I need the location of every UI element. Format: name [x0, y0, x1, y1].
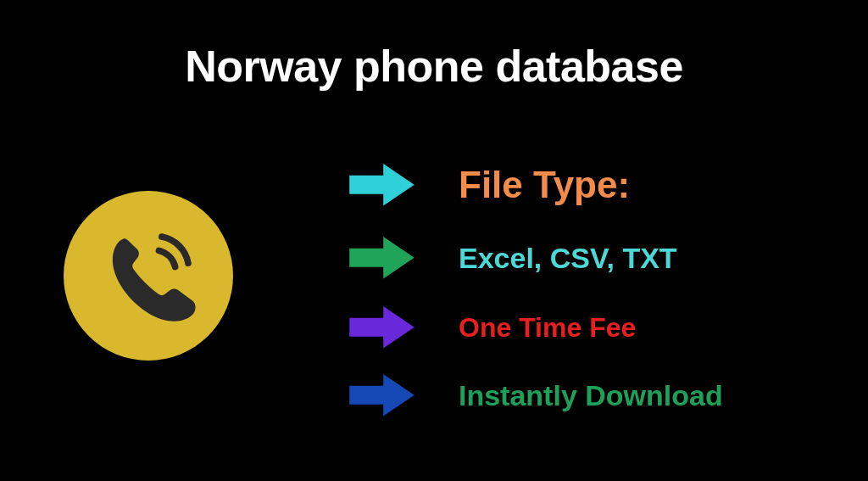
- feature-row-formats: Excel, CSV, TXT: [346, 232, 723, 283]
- phone-icon: [100, 226, 198, 327]
- feature-download: Instantly Download: [459, 379, 723, 412]
- svg-marker-3: [349, 374, 415, 416]
- arrow-icon: [346, 232, 418, 283]
- arrow-icon: [346, 302, 418, 353]
- svg-marker-1: [349, 237, 415, 278]
- feature-formats: Excel, CSV, TXT: [459, 242, 677, 275]
- feature-fee: One Time Fee: [459, 312, 636, 344]
- feature-row-file-type: File Type:: [346, 159, 723, 210]
- phone-circle-badge: [64, 191, 233, 361]
- arrow-icon: [346, 370, 418, 421]
- features-list: File Type: Excel, CSV, TXT One Time Fee …: [346, 159, 723, 443]
- arrow-icon: [346, 159, 418, 210]
- page-title: Norway phone database: [0, 41, 868, 92]
- svg-marker-0: [349, 164, 415, 205]
- feature-row-download: Instantly Download: [346, 370, 723, 421]
- feature-heading: File Type:: [459, 164, 630, 206]
- feature-row-fee: One Time Fee: [346, 302, 723, 353]
- svg-marker-2: [349, 306, 415, 348]
